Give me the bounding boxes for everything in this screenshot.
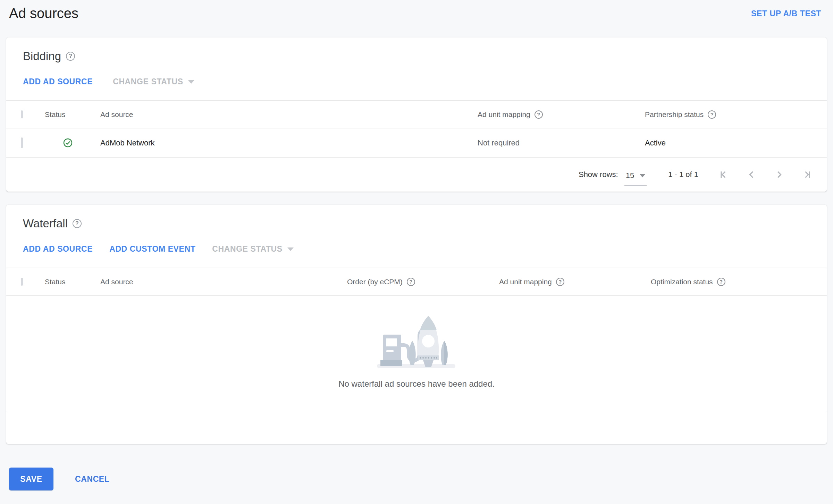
- rows-per-page-value: 15: [626, 171, 634, 180]
- table-row: AdMob Network Not required Active: [6, 128, 827, 158]
- ad-unit-mapping-value: Not required: [478, 138, 645, 148]
- help-icon[interactable]: ?: [556, 278, 564, 286]
- waterfall-table-footer: [6, 411, 827, 444]
- help-icon[interactable]: ?: [407, 278, 415, 286]
- page-header: Ad sources SET UP A/B TEST: [0, 0, 833, 22]
- help-icon[interactable]: ?: [66, 52, 75, 61]
- next-page-button[interactable]: [773, 169, 785, 180]
- change-status-label: CHANGE STATUS: [113, 77, 183, 86]
- bidding-card: Bidding ? ADD AD SOURCE CHANGE STATUS St…: [6, 37, 827, 192]
- column-partnership-status: Partnership status: [645, 110, 704, 119]
- help-icon[interactable]: ?: [535, 110, 543, 119]
- cancel-button[interactable]: CANCEL: [75, 474, 109, 484]
- column-ad-source: Ad source: [100, 110, 478, 119]
- chevron-down-icon: [640, 174, 645, 177]
- bidding-table-footer: Show rows: 15 1 - 1 of 1: [6, 158, 827, 192]
- chevron-down-icon: [188, 80, 194, 84]
- row-checkbox[interactable]: [21, 137, 23, 148]
- empty-state-message: No waterfall ad sources have been added.: [338, 379, 495, 389]
- add-custom-event-button[interactable]: ADD CUSTOM EVENT: [109, 244, 195, 254]
- next-page-icon: [774, 169, 784, 180]
- waterfall-section-title: Waterfall: [23, 217, 68, 230]
- add-ad-source-button[interactable]: ADD AD SOURCE: [23, 244, 93, 254]
- save-button[interactable]: SAVE: [9, 468, 53, 490]
- add-ad-source-button[interactable]: ADD AD SOURCE: [23, 77, 93, 86]
- page-range: 1 - 1 of 1: [668, 170, 698, 179]
- help-icon[interactable]: ?: [708, 110, 716, 119]
- partnership-status-value: Active: [645, 138, 827, 148]
- change-status-label: CHANGE STATUS: [212, 244, 282, 254]
- column-ad-unit-mapping: Ad unit mapping: [478, 110, 530, 119]
- previous-page-button[interactable]: [746, 169, 757, 180]
- column-ad-unit-mapping: Ad unit mapping: [499, 278, 552, 286]
- last-page-icon: [802, 169, 812, 180]
- chevron-down-icon: [287, 247, 294, 251]
- action-bar: SAVE CANCEL: [9, 468, 833, 490]
- column-status: Status: [45, 110, 100, 119]
- previous-page-icon: [746, 169, 757, 180]
- show-rows-label: Show rows:: [579, 170, 618, 179]
- select-all-checkbox[interactable]: [21, 278, 23, 286]
- help-icon[interactable]: ?: [73, 219, 82, 228]
- bidding-table-header: Status Ad source Ad unit mapping ? Partn…: [6, 100, 827, 128]
- change-status-button[interactable]: CHANGE STATUS: [113, 77, 194, 86]
- help-icon[interactable]: ?: [717, 278, 725, 286]
- ad-source-name: AdMob Network: [100, 138, 478, 148]
- waterfall-card: Waterfall ? ADD AD SOURCE ADD CUSTOM EVE…: [6, 205, 827, 444]
- waterfall-table-header: Status Ad source Order (by eCPM) ? Ad un…: [6, 268, 827, 296]
- last-page-button[interactable]: [801, 169, 813, 180]
- column-status: Status: [45, 278, 100, 286]
- set-up-ab-test-link[interactable]: SET UP A/B TEST: [751, 9, 821, 18]
- rows-per-page-select[interactable]: 15: [624, 169, 647, 186]
- column-ad-source: Ad source: [100, 278, 347, 286]
- column-optimization-status: Optimization status: [651, 278, 713, 286]
- change-status-button[interactable]: CHANGE STATUS: [212, 244, 293, 254]
- first-page-icon: [718, 169, 729, 180]
- column-order-by-ecpm: Order (by eCPM): [347, 278, 403, 286]
- first-page-button[interactable]: [718, 169, 730, 180]
- waterfall-empty-state: No waterfall ad sources have been added.: [6, 296, 827, 411]
- bidding-section-title: Bidding: [23, 49, 61, 63]
- rocket-fuel-pump-illustration: [376, 312, 457, 371]
- check-circle-icon: [63, 138, 73, 148]
- page-title: Ad sources: [9, 4, 78, 22]
- select-all-checkbox[interactable]: [21, 110, 23, 118]
